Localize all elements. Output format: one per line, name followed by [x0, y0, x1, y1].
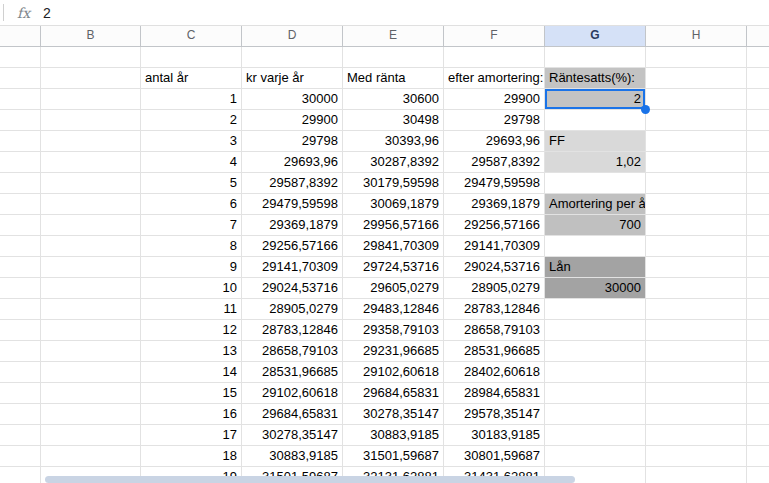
cell-g[interactable]: [545, 110, 646, 131]
cell-i[interactable]: [747, 152, 769, 173]
cell-a[interactable]: [0, 278, 41, 299]
cell-e[interactable]: 29231,96685: [343, 341, 444, 362]
cell-c[interactable]: 6: [141, 194, 242, 215]
cell-d[interactable]: 29369,1879: [242, 215, 343, 236]
cell-d[interactable]: 29693,96: [242, 152, 343, 173]
cell-b[interactable]: [41, 383, 141, 404]
cell-a[interactable]: [0, 215, 41, 236]
cell-c[interactable]: 13: [141, 341, 242, 362]
cell-h[interactable]: [646, 341, 747, 362]
fill-handle[interactable]: [641, 105, 650, 114]
cell-d[interactable]: 30000: [242, 89, 343, 110]
cell-i[interactable]: [747, 446, 769, 467]
cell-i[interactable]: [747, 341, 769, 362]
cell-d[interactable]: 29141,70309: [242, 257, 343, 278]
cell-g[interactable]: 1,02: [545, 152, 646, 173]
cell-g[interactable]: FF: [545, 131, 646, 152]
cell-f[interactable]: 28984,65831: [444, 383, 545, 404]
col-header-h[interactable]: H: [646, 26, 747, 46]
cell-d[interactable]: 28905,0279: [242, 299, 343, 320]
cell-i[interactable]: [747, 131, 769, 152]
cell-b[interactable]: [41, 68, 141, 89]
cell-e[interactable]: 30287,8392: [343, 152, 444, 173]
cell-a[interactable]: [0, 383, 41, 404]
cell-h[interactable]: [646, 299, 747, 320]
cell-d[interactable]: 29024,53716: [242, 278, 343, 299]
cell-g[interactable]: [545, 320, 646, 341]
col-header-c[interactable]: C: [141, 26, 242, 46]
cell-h[interactable]: [646, 278, 747, 299]
cell-b[interactable]: [41, 131, 141, 152]
cell-h[interactable]: [646, 425, 747, 446]
cell-h[interactable]: [646, 131, 747, 152]
cell-h[interactable]: [646, 257, 747, 278]
cell-d[interactable]: 28783,12846: [242, 320, 343, 341]
cell-b[interactable]: [41, 47, 141, 68]
cell-a[interactable]: [0, 257, 41, 278]
cell-b[interactable]: [41, 257, 141, 278]
cell-f[interactable]: 28531,96685: [444, 341, 545, 362]
cell-h[interactable]: [646, 404, 747, 425]
cell-a[interactable]: [0, 47, 41, 68]
cell-i[interactable]: [747, 68, 769, 89]
cell-b[interactable]: [41, 299, 141, 320]
cell-f[interactable]: 28402,60618: [444, 362, 545, 383]
cell-g[interactable]: Räntesatts(%):: [545, 68, 646, 89]
cell-c[interactable]: 17: [141, 425, 242, 446]
cell-d[interactable]: 30278,35147: [242, 425, 343, 446]
cell-c[interactable]: 18: [141, 446, 242, 467]
cell-a[interactable]: [0, 299, 41, 320]
cell-h[interactable]: [646, 446, 747, 467]
cell-d[interactable]: [242, 47, 343, 68]
cell-f[interactable]: 30801,59687: [444, 446, 545, 467]
cell-b[interactable]: [41, 425, 141, 446]
cell-e[interactable]: 29956,57166: [343, 215, 444, 236]
cell-d[interactable]: 29256,57166: [242, 236, 343, 257]
cell-c[interactable]: 14: [141, 362, 242, 383]
col-header-e[interactable]: E: [343, 26, 444, 46]
cell-e[interactable]: Med ränta: [343, 68, 444, 89]
col-header-g-selected[interactable]: G: [545, 26, 646, 46]
cell-b[interactable]: [41, 341, 141, 362]
cell-a[interactable]: [0, 194, 41, 215]
cell-i[interactable]: [747, 362, 769, 383]
cell-c[interactable]: 15: [141, 383, 242, 404]
cell-a[interactable]: [0, 404, 41, 425]
cell-e[interactable]: 30883,9185: [343, 425, 444, 446]
cell-c[interactable]: 1: [141, 89, 242, 110]
cell-d[interactable]: 29102,60618: [242, 383, 343, 404]
cell-b[interactable]: [41, 152, 141, 173]
cell-e[interactable]: 29483,12846: [343, 299, 444, 320]
cell-b[interactable]: [41, 362, 141, 383]
cell-g[interactable]: [545, 47, 646, 68]
cell-a[interactable]: [0, 341, 41, 362]
cell-i[interactable]: [747, 467, 769, 483]
cell-b[interactable]: [41, 446, 141, 467]
cell-d[interactable]: 29684,65831: [242, 404, 343, 425]
cell-c[interactable]: 3: [141, 131, 242, 152]
cell-e[interactable]: 30600: [343, 89, 444, 110]
cell-h[interactable]: [646, 194, 747, 215]
cell-e[interactable]: 31501,59687: [343, 446, 444, 467]
cell-e[interactable]: 30278,35147: [343, 404, 444, 425]
cell-f[interactable]: 28783,12846: [444, 299, 545, 320]
cell-c[interactable]: 5: [141, 173, 242, 194]
cell-h[interactable]: [646, 173, 747, 194]
cell-b[interactable]: [41, 404, 141, 425]
cell-g[interactable]: [545, 173, 646, 194]
cell-b[interactable]: [41, 320, 141, 341]
cell-b[interactable]: [41, 110, 141, 131]
cell-c[interactable]: 8: [141, 236, 242, 257]
cell-a[interactable]: [0, 68, 41, 89]
cell-e[interactable]: 30069,1879: [343, 194, 444, 215]
cell-g[interactable]: 30000: [545, 278, 646, 299]
cell-e[interactable]: 30498: [343, 110, 444, 131]
cell-g[interactable]: [545, 341, 646, 362]
cell-h[interactable]: [646, 467, 747, 483]
cell-g[interactable]: [545, 425, 646, 446]
cell-d[interactable]: 28658,79103: [242, 341, 343, 362]
cell-e[interactable]: 30179,59598: [343, 173, 444, 194]
cell-i[interactable]: [747, 278, 769, 299]
cell-i[interactable]: [747, 425, 769, 446]
cell-b[interactable]: [41, 278, 141, 299]
